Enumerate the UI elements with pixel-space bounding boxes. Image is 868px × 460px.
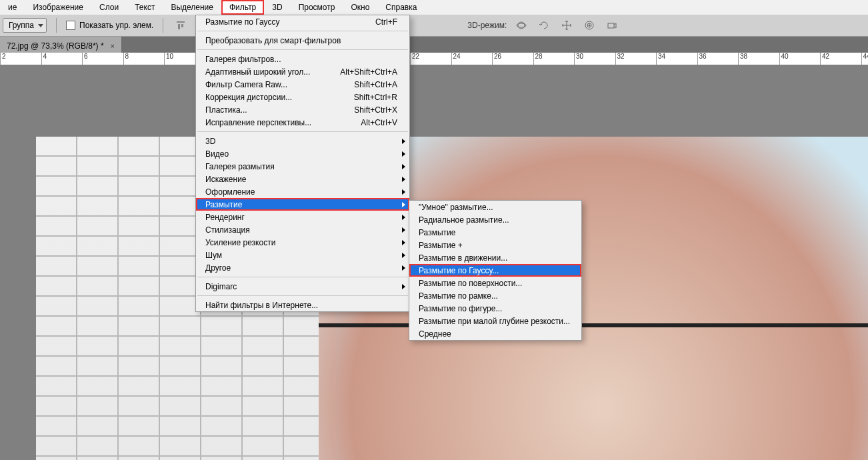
menuitem-label: Видео (205, 149, 397, 159)
menuitem-blur-9[interactable]: Размытие при малой глубине резкости... (409, 315, 581, 327)
submenu-arrow-icon (402, 284, 405, 289)
menu-edit-partial[interactable]: ие (0, 0, 25, 15)
menu-image[interactable]: Изображение (25, 0, 91, 15)
menuitem-label: Размытие при малой глубине резкости... (419, 317, 570, 326)
menuitem-label: Размытие по рамке... (419, 291, 569, 301)
options-bar: Группа Показать упр. элем. 3D-режим: (0, 15, 868, 37)
submenu-arrow-icon (402, 139, 405, 144)
menuitem-filter-g2-10[interactable]: Другое (196, 261, 409, 274)
menuitem-convert-smart[interactable]: Преобразовать для смарт-фильтров (196, 34, 409, 47)
submenu-arrow-icon (402, 177, 405, 182)
menuitem-filter-g1-2[interactable]: Фильтр Camera Raw...Shift+Ctrl+A (196, 78, 409, 91)
ruler-tick: 24 (451, 53, 493, 65)
menuitem-filter-g2-1[interactable]: Видео (196, 147, 409, 160)
document-tab-title: 72.jpg @ 73,3% (RGB/8*) * (7, 41, 104, 51)
checkbox-box (66, 21, 75, 30)
menuitem-label: Пластика... (205, 105, 334, 115)
menu-select[interactable]: Выделение (163, 0, 221, 15)
group-combo[interactable]: Группа (3, 18, 47, 33)
menuitem-blur-10[interactable]: Среднее (409, 327, 581, 340)
ruler-tick: 28 (533, 53, 575, 65)
submenu-arrow-icon (402, 202, 405, 207)
photo-window-frame (319, 323, 868, 327)
menuitem-blur-0[interactable]: "Умное" размытие... (409, 201, 581, 213)
ruler-ticks: 2468101214161820222426283032343638404244… (0, 53, 868, 65)
menu-text[interactable]: Текст (127, 0, 163, 15)
svg-rect-0 (177, 21, 185, 23)
menuitem-blur-5[interactable]: Размытие по Гауссу... (409, 264, 581, 277)
menubar: ие Изображение Слои Текст Выделение Филь… (0, 0, 868, 15)
menuitem-filter-g2-0[interactable]: 3D (196, 135, 409, 147)
close-icon[interactable]: × (111, 42, 115, 50)
submenu-arrow-icon (402, 164, 405, 169)
ruler-tick: 4 (41, 53, 83, 65)
menu-window[interactable]: Окно (343, 0, 377, 15)
menuitem-blur-2[interactable]: Размытие (409, 226, 581, 239)
ruler-tick: 8 (123, 53, 165, 65)
ruler-tick: 42 (820, 53, 861, 65)
menuitem-label: Рендеринг (205, 213, 397, 222)
menuitem-label: Усиление резкости (205, 238, 397, 247)
menu-divider (197, 131, 408, 132)
menuitem-accel: Shift+Ctrl+R (334, 93, 397, 102)
menuitem-filter-g4-0[interactable]: Найти фильтры в Интернете... (196, 299, 409, 311)
ruler-tick: 26 (492, 53, 533, 65)
menu-view[interactable]: Просмотр (291, 0, 343, 15)
svg-rect-1 (178, 24, 180, 29)
menuitem-filter-g3-0[interactable]: Digimarc (196, 280, 409, 293)
svg-rect-2 (181, 24, 183, 27)
menuitem-label: Стилизация (205, 225, 397, 235)
menu-divider (197, 277, 408, 277)
menuitem-blur-6[interactable]: Размытие по поверхности... (409, 277, 581, 289)
menu-divider (197, 49, 408, 50)
ruler-tick: 30 (574, 53, 615, 65)
menuitem-label: Размытие (419, 228, 569, 237)
menuitem-filter-g2-4[interactable]: Оформление (196, 185, 409, 198)
menuitem-blur-8[interactable]: Размытие по фигуре... (409, 302, 581, 315)
menuitem-filter-g1-4[interactable]: Пластика...Shift+Ctrl+X (196, 103, 409, 116)
ruler-tick: 2 (0, 53, 41, 65)
menuitem-label: Среднее (419, 329, 569, 339)
menuitem-filter-g1-0[interactable]: Галерея фильтров... (196, 53, 409, 65)
document-tab[interactable]: 72.jpg @ 73,3% (RGB/8*) * × (0, 37, 122, 53)
move-icon[interactable] (559, 17, 575, 33)
menuitem-filter-g1-5[interactable]: Исправление перспективы...Alt+Ctrl+V (196, 116, 409, 129)
menuitem-filter-g2-8[interactable]: Усиление резкости (196, 236, 409, 249)
orbit-icon[interactable] (513, 17, 529, 33)
menu-3d[interactable]: 3D (264, 0, 290, 15)
ruler-horizontal: 2468101214161820222426283032343638404244… (0, 53, 868, 65)
ruler-tick: 40 (779, 53, 821, 65)
slide-icon[interactable] (581, 17, 597, 33)
group-combo-label: Группа (9, 21, 34, 30)
menuitem-label: Digimarc (205, 282, 397, 291)
menuitem-blur-3[interactable]: Размытие + (409, 239, 581, 251)
svg-rect-14 (608, 23, 614, 28)
menu-filter[interactable]: Фильтр (221, 0, 264, 15)
menuitem-label: "Умное" размытие... (419, 203, 569, 212)
menuitem-label: Коррекция дисторсии... (205, 93, 334, 102)
menuitem-filter-g2-7[interactable]: Стилизация (196, 223, 409, 236)
blur-submenu: "Умное" размытие...Радиальное размытие..… (409, 200, 582, 341)
menuitem-label: Фильтр Camera Raw... (205, 80, 334, 89)
menuitem-filter-g2-9[interactable]: Шум (196, 249, 409, 261)
menu-layers[interactable]: Слои (91, 0, 127, 15)
menuitem-filter-g2-5[interactable]: Размытие (196, 198, 409, 211)
menuitem-blur-7[interactable]: Размытие по рамке... (409, 289, 581, 302)
menuitem-blur-1[interactable]: Радиальное размытие... (409, 213, 581, 226)
roll-icon[interactable] (536, 17, 552, 33)
menuitem-label: Размытие в движении... (419, 253, 569, 263)
align-top-icon[interactable] (173, 17, 189, 33)
menuitem-filter-g2-6[interactable]: Рендеринг (196, 211, 409, 223)
menuitem-filter-g1-3[interactable]: Коррекция дисторсии...Shift+Ctrl+R (196, 91, 409, 103)
menuitem-accel: Alt+Shift+Ctrl+A (320, 67, 397, 77)
ruler-tick: 6 (82, 53, 123, 65)
show-controls-checkbox[interactable]: Показать упр. элем. (66, 21, 153, 30)
menuitem-filter-g2-3[interactable]: Искажение (196, 173, 409, 185)
menuitem-accel: Shift+Ctrl+A (334, 80, 397, 89)
menuitem-filter-g2-2[interactable]: Галерея размытия (196, 160, 409, 173)
menuitem-last-filter[interactable]: Размытие по Гауссу Ctrl+F (196, 15, 409, 28)
menuitem-filter-g1-1[interactable]: Адаптивный широкий угол...Alt+Shift+Ctrl… (196, 65, 409, 78)
menuitem-blur-4[interactable]: Размытие в движении... (409, 251, 581, 264)
camera-icon[interactable] (604, 17, 620, 33)
menu-help[interactable]: Справка (377, 0, 425, 15)
